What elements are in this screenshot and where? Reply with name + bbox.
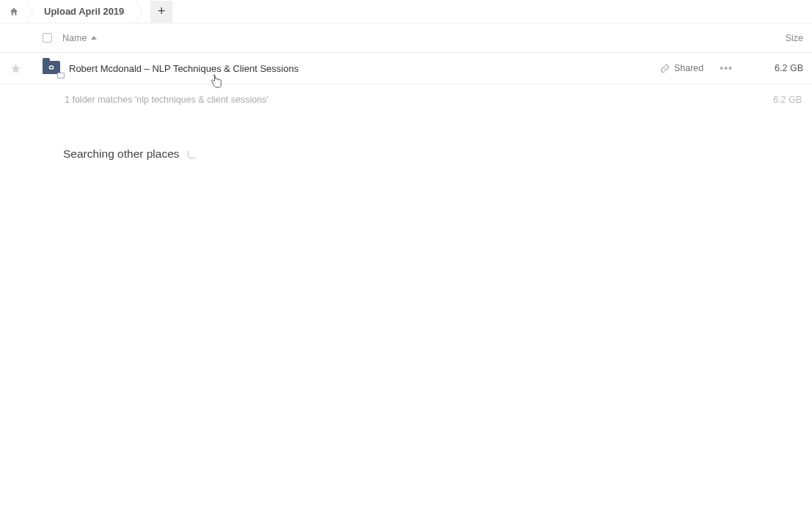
more-horizontal-icon: ••• — [720, 62, 733, 74]
breadcrumb-home[interactable] — [3, 1, 26, 23]
column-header-name[interactable]: Name — [62, 33, 97, 43]
summary-size: 6.2 GB — [759, 95, 803, 105]
sort-ascending-icon — [91, 36, 97, 40]
shared-label: Shared — [674, 63, 703, 73]
table-row[interactable]: Robert Mcdonald – NLP Techniques & Clien… — [0, 53, 812, 84]
column-header-row: Name Size — [0, 23, 812, 53]
favorite-star[interactable] — [7, 63, 23, 74]
breadcrumb-current[interactable]: Upload April 2019 — [29, 1, 136, 23]
breadcrumb: Upload April 2019 + — [0, 0, 812, 23]
add-tab-button[interactable]: + — [150, 1, 172, 23]
folder-link-icon — [43, 59, 63, 77]
select-all-checkbox[interactable] — [43, 33, 52, 43]
summary-text: 1 folder matches 'nlp techniques & clien… — [65, 95, 268, 105]
file-name[interactable]: Robert Mcdonald – NLP Techniques & Clien… — [69, 63, 299, 74]
home-icon — [9, 7, 19, 17]
column-header-size[interactable]: Size — [761, 33, 805, 43]
plus-icon: + — [158, 4, 166, 19]
link-icon — [45, 63, 57, 72]
searching-other-places: Searching other places — [0, 114, 812, 161]
file-size: 6.2 GB — [761, 63, 805, 73]
link-icon — [660, 64, 670, 73]
searching-label: Searching other places — [63, 147, 180, 161]
column-name-label: Name — [62, 33, 87, 43]
star-icon — [10, 63, 21, 74]
breadcrumb-separator — [136, 1, 143, 23]
search-summary: 1 folder matches 'nlp techniques & clien… — [0, 84, 812, 114]
loading-spinner-icon — [187, 149, 197, 159]
row-more-button[interactable]: ••• — [715, 62, 737, 74]
shared-indicator[interactable]: Shared — [660, 63, 703, 73]
